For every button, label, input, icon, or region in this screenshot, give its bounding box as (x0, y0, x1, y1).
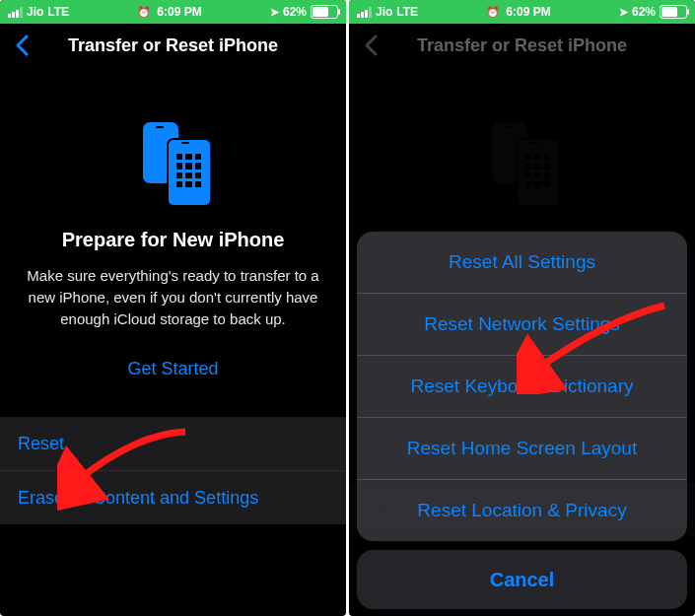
clock-time: 6:09 PM (506, 5, 550, 19)
options-list: Reset Erase All Content and Settings (0, 417, 346, 524)
iphone-transfer-icon (129, 122, 218, 201)
network-label: LTE (47, 5, 69, 19)
battery-icon (311, 5, 338, 19)
signal-icon (357, 7, 372, 18)
get-started-link[interactable]: Get Started (22, 359, 324, 379)
page-title: Transfer or Reset iPhone (0, 35, 346, 56)
erase-row[interactable]: Erase All Content and Settings (0, 470, 346, 524)
back-button[interactable] (6, 24, 37, 67)
location-icon: ➤ (619, 6, 628, 19)
prepare-body: Make sure everything's ready to transfer… (22, 265, 324, 329)
action-sheet-group: Reset All Settings Reset Network Setting… (357, 232, 687, 541)
chevron-left-icon (15, 34, 29, 56)
prepare-card: Prepare for New iPhone Make sure everyth… (0, 122, 346, 379)
screenshot-left: Jio LTE ⏰ 6:09 PM ➤ 62% Transfer or Rese… (0, 0, 346, 616)
carrier-label: Jio (376, 5, 392, 19)
battery-percent: 62% (283, 5, 307, 19)
status-bar: Jio LTE ⏰ 6:09 PM ➤ 62% (349, 0, 695, 24)
screenshot-right: Jio LTE ⏰ 6:09 PM ➤ 62% Transfer or Rese… (349, 0, 695, 616)
reset-location-privacy-option[interactable]: Reset Location & Privacy (357, 479, 687, 541)
prepare-title: Prepare for New iPhone (22, 229, 324, 251)
reset-all-settings-option[interactable]: Reset All Settings (357, 232, 687, 293)
battery-icon (660, 5, 687, 19)
signal-icon (8, 7, 23, 18)
nav-bar: Transfer or Reset iPhone (0, 24, 346, 67)
location-icon: ➤ (270, 6, 279, 19)
cancel-button[interactable]: Cancel (357, 550, 687, 609)
reset-keyboard-dictionary-option[interactable]: Reset Keyboard Dictionary (357, 355, 687, 417)
dual-screenshot-stage: Jio LTE ⏰ 6:09 PM ➤ 62% Transfer or Rese… (0, 0, 695, 616)
reset-network-settings-option[interactable]: Reset Network Settings (357, 293, 687, 355)
network-label: LTE (396, 5, 418, 19)
reset-action-sheet: Reset All Settings Reset Network Setting… (357, 232, 687, 609)
clock-time: 6:09 PM (157, 5, 201, 19)
reset-row[interactable]: Reset (0, 417, 346, 470)
alarm-icon: ⏰ (137, 6, 151, 19)
alarm-icon: ⏰ (486, 6, 500, 19)
reset-home-screen-layout-option[interactable]: Reset Home Screen Layout (357, 417, 687, 479)
section-gap (0, 379, 346, 417)
carrier-label: Jio (27, 5, 43, 19)
battery-percent: 62% (632, 5, 656, 19)
status-bar: Jio LTE ⏰ 6:09 PM ➤ 62% (0, 0, 346, 24)
